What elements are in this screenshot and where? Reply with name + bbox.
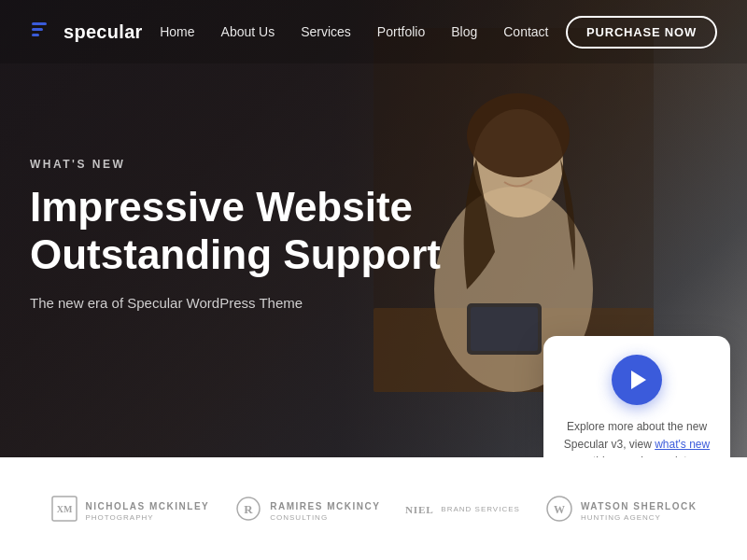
nav-services[interactable]: Services (301, 24, 351, 39)
hero-title: Impressive Website Outstanding Support (30, 184, 441, 278)
logo-item-0: XM Nicholas McKinley Photography (50, 495, 210, 523)
nav-contact[interactable]: Contact (503, 24, 548, 39)
hero-description: The new era of Specular WordPress Theme (30, 296, 441, 312)
whats-new-link[interactable]: what's new (655, 438, 710, 451)
svg-text:W: W (554, 503, 565, 516)
nav-about[interactable]: About Us (221, 24, 275, 39)
hero-subtitle: WHAT'S NEW (30, 158, 441, 171)
play-button[interactable] (612, 355, 662, 405)
logo-icon-watson: W (545, 495, 573, 523)
nav-home[interactable]: Home (160, 24, 194, 39)
logo-name-3: Watson Sherlock (581, 501, 698, 511)
logo[interactable]: specular (30, 19, 143, 45)
nav-portfolio[interactable]: Portfolio (377, 24, 425, 39)
hero-section: WHAT'S NEW Impressive Website Outstandin… (0, 0, 747, 457)
nav-menu: Home About Us Services Portfolio Blog Co… (160, 23, 548, 40)
video-card-text-after: on this amazing update. (577, 455, 696, 457)
nav-blog[interactable]: Blog (451, 24, 477, 39)
logo-icon-nicholas: XM (50, 495, 78, 523)
logos-bar: XM Nicholas McKinley Photography R Ramir… (0, 457, 747, 560)
svg-text:R: R (245, 502, 254, 516)
logo-icon-ramires: R (234, 495, 262, 523)
logo-sub-3: Hunting Agency (581, 513, 698, 522)
logo-sub-2: Brand Services (441, 505, 520, 513)
logo-name-1: Ramires McKincy (270, 501, 380, 511)
svg-text:NIELSEN: NIELSEN (405, 504, 433, 515)
hero-title-line2: Outstanding Support (30, 231, 441, 277)
svg-point-7 (467, 93, 570, 177)
brand-name: specular (63, 21, 143, 43)
logo-sub-1: Consulting (270, 513, 380, 522)
logo-icon-nielsen: NIELSEN (405, 495, 433, 523)
video-card: Explore more about the new Specular v3, … (543, 336, 730, 457)
svg-rect-9 (471, 307, 538, 351)
logo-sub-0: Photography (86, 513, 210, 522)
video-card-text: Explore more about the new Specular v3, … (560, 418, 713, 457)
svg-text:XM: XM (56, 504, 72, 514)
hero-title-line1: Impressive Website (30, 184, 413, 230)
svg-rect-0 (32, 22, 47, 25)
brand-icon (30, 19, 56, 45)
logo-item-1: R Ramires McKincy Consulting (234, 495, 380, 523)
svg-rect-1 (32, 28, 43, 31)
logo-item-2: NIELSEN Brand Services (405, 495, 520, 523)
navbar: specular Home About Us Services Portfoli… (0, 0, 747, 63)
logo-name-0: Nicholas McKinley (86, 501, 210, 511)
purchase-button[interactable]: PURCHASE NOW (566, 16, 717, 49)
hero-content: WHAT'S NEW Impressive Website Outstandin… (30, 158, 441, 311)
logo-item-3: W Watson Sherlock Hunting Agency (545, 495, 698, 523)
svg-rect-2 (32, 34, 39, 36)
